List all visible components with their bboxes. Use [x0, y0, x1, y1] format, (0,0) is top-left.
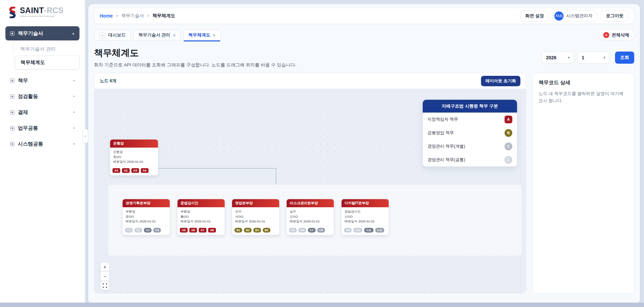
legend-badge-b: B [505, 129, 512, 137]
sidebar-item-responsibility-map[interactable]: 책무체계도 [15, 56, 79, 69]
duty-code-badge[interactable]: C5 [289, 228, 297, 233]
menu-square-icon [10, 94, 14, 99]
chevron-down-icon: ▾ [73, 95, 75, 98]
node-card-digital-it-division[interactable]: 디지털IT본부장 준법감시인 신OO 배분일자 2026-01-01 C9 C1… [341, 199, 389, 235]
duty-code-badge[interactable]: C4 [153, 228, 161, 233]
duty-code-badge[interactable]: B3 [253, 228, 261, 233]
node-card-risk-division[interactable]: 리스크관리본부장 상무 오OO 배분일자 2026-01-01 C5 C6 C7… [286, 199, 334, 235]
duty-code-badge[interactable]: C6 [298, 228, 306, 233]
main-area: Home > 책무기술서 > 책무체계도 화면 설정 시스 시스템관리자 로그아… [85, 0, 644, 307]
node-badge-row: B1 B2 B3 B4 [232, 226, 279, 235]
node-card-sales-division[interactable]: 영업본부장 전무 서OO 배분일자 2026-01-01 B1 B2 B3 B4 [232, 199, 280, 235]
breadcrumb-level1-link[interactable]: 책무기술서 [121, 13, 144, 19]
content-shell: Home > 책무기술서 > 책무체계도 화면 설정 시스 시스템관리자 로그아… [88, 4, 640, 304]
zoom-controls: + − [100, 262, 109, 290]
duty-code-badge[interactable]: B2 [244, 228, 252, 233]
sidebar-group-inspection[interactable]: 점검활동 ▾ [5, 89, 79, 104]
graph-panel: 노드 6개 레이아웃 초기화 지배구조법 시행령 책무 구분 지정책임자 책무 … [94, 73, 526, 294]
node-badge-row: C5 C6 C7 C8 [287, 226, 334, 235]
node-person: 황OO [181, 214, 222, 219]
duty-code-badge[interactable]: C10 [353, 228, 363, 233]
duty-code-badge[interactable]: B1 [234, 228, 242, 233]
brand-logo-icon [7, 7, 18, 18]
duty-code-badge[interactable]: A3 [131, 168, 139, 173]
node-badge-row: C9 C10 C11 C12 [342, 226, 389, 235]
legend-box: 지배구조법 시행령 책무 구분 지정책임자 책무 A 금융영업 책무 B 경영관… [422, 99, 517, 167]
menu-square-icon [10, 142, 14, 146]
duty-code-badge[interactable]: A6 [189, 228, 197, 233]
sidebar-group-responsibility[interactable]: 책무 ▾ [5, 73, 79, 89]
tab-dashboard[interactable]: ⌂ 대시보드 [94, 30, 131, 40]
brand-name: SAINT-RCS [20, 7, 64, 14]
breadcrumb-home-link[interactable]: Home [100, 13, 113, 19]
graph-panel-header: 노드 6개 레이아웃 초기화 [94, 73, 526, 89]
node-card-compliance-officer[interactable]: 준법감시인 부행장 황OO 배분일자 2026-01-01 A5 A6 A7 A… [177, 199, 225, 235]
search-button[interactable]: 조회 [615, 52, 634, 64]
delete-circle-icon: × [603, 32, 609, 38]
sidebar: SAINT-RCS Artificial Intelligence Next T… [0, 0, 85, 307]
duty-code-badge[interactable]: A7 [199, 228, 206, 233]
duty-code-badge[interactable]: A4 [141, 168, 149, 173]
duty-code-detail-panel: 책무코드 상세 노드 내 책무코드를 클릭하면 설명이 여기에 표시 됩니다. [532, 73, 634, 294]
user-name: 시스템관리자 [566, 13, 592, 19]
app-root: SAINT-RCS Artificial Intelligence Next T… [0, 0, 644, 307]
menu-square-icon [10, 31, 14, 36]
page-title: 책무체계도 [94, 47, 296, 59]
delete-all-button[interactable]: × 전체삭제 [598, 29, 634, 41]
node-count-label: 노드 6개 [100, 78, 117, 84]
node-role: 은행장 [113, 150, 155, 155]
sidebar-group-system-common[interactable]: 시스템공통 ▾ [5, 136, 79, 152]
node-person: 서OO [235, 214, 276, 219]
node-card-bank-president[interactable]: 은행장 은행장 한OO 배분일자 2026-01-01 A1 A2 A3 A4 [110, 139, 158, 176]
node-badge-row: A1 A2 A3 A4 [110, 166, 158, 175]
year-select[interactable]: 2026 ▾ [542, 52, 574, 64]
duty-code-badge[interactable]: A1 [112, 168, 120, 173]
detail-panel-placeholder: 노드 내 책무코드를 클릭하면 설명이 여기에 표시 됩니다. [539, 90, 628, 104]
zoom-in-button[interactable]: + [100, 262, 109, 271]
node-person: 신OO [345, 214, 386, 219]
logout-button[interactable]: 로그아웃 [601, 10, 629, 22]
duty-code-badge[interactable]: C3 [144, 228, 152, 233]
screen-settings-button[interactable]: 화면 설정 [520, 10, 549, 22]
topbar-actions: 화면 설정 시스 시스템관리자 로그아웃 [520, 10, 629, 22]
close-icon[interactable]: × [213, 33, 216, 38]
tab-responsibility-map[interactable]: 책무체계도 × [183, 30, 221, 40]
close-icon[interactable]: × [173, 33, 176, 38]
legend-item: 경영관리 책무(공통) C [423, 153, 517, 166]
node-badge-row: A5 A6 A7 A8 [178, 226, 225, 235]
content-row: 노드 6개 레이아웃 초기화 지배구조법 시행령 책무 구분 지정책임자 책무 … [94, 73, 634, 294]
zoom-out-button[interactable]: − [100, 272, 109, 281]
duty-code-badge[interactable]: C11 [364, 228, 373, 233]
duty-code-badge[interactable]: C9 [344, 228, 352, 233]
breadcrumb-separator: > [147, 13, 149, 18]
duty-code-badge[interactable]: C1 [125, 228, 133, 233]
sidebar-group-work-common[interactable]: 업무공통 ▾ [5, 120, 79, 136]
fit-view-button[interactable] [100, 281, 109, 290]
legend-title: 지배구조법 시행령 책무 구분 [423, 100, 517, 113]
user-menu[interactable]: 시스 시스템관리자 [552, 10, 598, 22]
duty-code-badge[interactable]: A8 [208, 228, 216, 233]
duty-code-badge[interactable]: C2 [134, 228, 142, 233]
sidebar-group-approval[interactable]: 결재 ▾ [5, 104, 79, 120]
brand-logo[interactable]: SAINT-RCS Artificial Intelligence Next T… [0, 0, 85, 22]
duty-code-badge[interactable]: A2 [122, 168, 130, 173]
node-role: 전무 [235, 209, 276, 214]
node-card-planning-division[interactable]: 경영기획본부장 부행장 문OO 배분일자 2026-01-01 C1 C2 C3… [122, 199, 170, 235]
duty-code-badge[interactable]: C12 [375, 228, 385, 233]
graph-canvas[interactable]: 지배구조법 시행령 책무 구분 지정책임자 책무 A 금융영업 책무 B 경영관… [94, 89, 526, 293]
tab-doc-management[interactable]: 책무기술서 관리 × [133, 30, 181, 40]
node-person: 문OO [126, 214, 167, 219]
reset-layout-button[interactable]: 레이아웃 초기화 [481, 76, 520, 86]
duty-code-badge[interactable]: B4 [263, 228, 270, 233]
duty-code-badge[interactable]: C7 [308, 228, 316, 233]
sidebar-collapse-button[interactable]: ‹ [83, 129, 88, 144]
duty-code-badge[interactable]: A5 [180, 228, 188, 233]
graph-edge [158, 168, 276, 168]
node-role: 상무 [290, 209, 331, 214]
fit-view-icon [103, 283, 107, 288]
duty-code-badge[interactable]: C8 [317, 228, 325, 233]
round-select[interactable]: 1 ▾ [577, 52, 610, 64]
breadcrumb: Home > 책무기술서 > 책무체계도 [100, 13, 175, 19]
sidebar-group-responsibility-doc[interactable]: 책무기술서 ▲ [5, 26, 79, 40]
sidebar-item-doc-management[interactable]: 책무기술서 관리 [9, 42, 79, 56]
